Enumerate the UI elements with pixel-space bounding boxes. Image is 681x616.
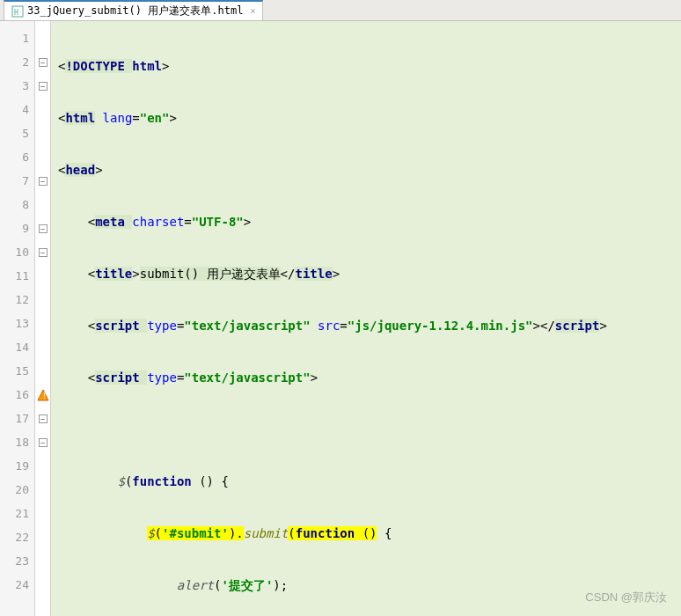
- code-line: $(function () {: [51, 470, 681, 494]
- fold-toggle[interactable]: −: [39, 82, 48, 91]
- line-number: 24: [0, 573, 34, 597]
- fold-gutter: − − − − − − −: [35, 21, 51, 616]
- line-number: 3: [0, 74, 34, 98]
- svg-text:!: !: [42, 392, 47, 400]
- line-number: 4: [0, 98, 34, 121]
- fold-toggle[interactable]: −: [39, 248, 48, 257]
- line-number: 14: [0, 335, 34, 359]
- line-number: 13: [0, 312, 34, 335]
- line-number: 16: [0, 383, 34, 407]
- fold-toggle[interactable]: −: [39, 414, 48, 423]
- code-line: <head>: [51, 158, 681, 182]
- line-number: 6: [0, 145, 34, 169]
- code-line: <html lang="en">: [51, 106, 681, 130]
- code-editor[interactable]: 1 2 3 4 5 6 7 8 9 10 11 12 13 14 15 16 1…: [0, 21, 681, 616]
- line-number: 23: [0, 549, 34, 573]
- fold-toggle[interactable]: −: [39, 438, 48, 447]
- line-number: 17: [0, 407, 34, 430]
- file-tab[interactable]: H 33_jQuery_submit() 用户递交表单.html ×: [4, 0, 263, 20]
- line-number: 9: [0, 216, 34, 240]
- code-area[interactable]: <!DOCTYPE html> <html lang="en"> <head> …: [51, 21, 681, 616]
- line-number: 11: [0, 264, 34, 288]
- line-number: 19: [0, 454, 34, 478]
- line-number: 22: [0, 525, 34, 549]
- code-line: [51, 418, 681, 442]
- line-number: 15: [0, 359, 34, 383]
- line-number: 20: [0, 478, 34, 502]
- line-number: 1: [0, 26, 34, 50]
- code-line: <meta charset="UTF-8">: [51, 210, 681, 234]
- html-file-icon: H: [11, 5, 24, 18]
- warning-icon: !: [37, 389, 49, 401]
- close-icon[interactable]: ×: [250, 6, 255, 16]
- svg-text:H: H: [14, 9, 18, 17]
- line-number: 8: [0, 193, 34, 216]
- line-number: 2: [0, 50, 34, 74]
- code-line: <!DOCTYPE html>: [51, 55, 681, 78]
- line-number: 5: [0, 121, 34, 145]
- tab-bar: H 33_jQuery_submit() 用户递交表单.html ×: [0, 0, 681, 21]
- fold-toggle[interactable]: −: [39, 58, 48, 67]
- code-line: <script type="text/javascript">: [51, 366, 681, 390]
- code-line: <script type="text/javascript" src="js/j…: [51, 314, 681, 338]
- line-number: 18: [0, 430, 34, 454]
- line-number-gutter: 1 2 3 4 5 6 7 8 9 10 11 12 13 14 15 16 1…: [0, 21, 35, 616]
- line-number: 12: [0, 288, 34, 312]
- watermark: CSDN @郭庆汝: [585, 590, 667, 605]
- line-number: 10: [0, 240, 34, 264]
- code-line: <title>submit() 用户递交表单</title>: [51, 262, 681, 286]
- line-number: 7: [0, 169, 34, 193]
- code-line: $('#submit').submit(function () {: [51, 522, 681, 546]
- fold-toggle[interactable]: −: [39, 224, 48, 233]
- fold-toggle[interactable]: −: [39, 177, 48, 186]
- tab-filename: 33_jQuery_submit() 用户递交表单.html: [27, 4, 243, 18]
- line-number: 21: [0, 502, 34, 525]
